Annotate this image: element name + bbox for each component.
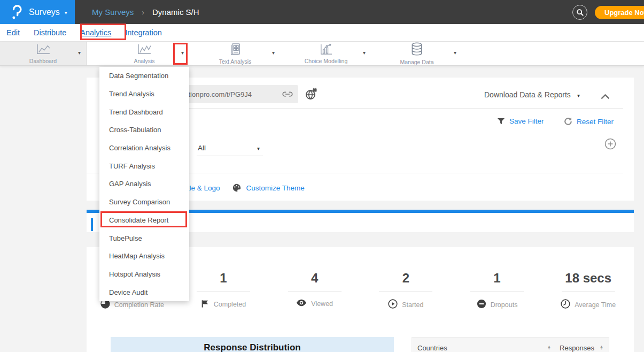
menu-item-gap-analysis[interactable]: GAP Analysis	[99, 175, 189, 193]
chevron-down-icon[interactable]: ▾	[181, 50, 184, 56]
survey-nav-tabs: EditDistributeAnalyticsIntegration	[0, 24, 644, 42]
tab-edit[interactable]: Edit	[6, 28, 20, 37]
database-icon	[410, 42, 423, 58]
divider	[379, 292, 432, 292]
menu-item-hotspot-analysis[interactable]: Hotspot Analysis	[99, 265, 189, 284]
menu-item-consolidate-report[interactable]: Consolidate Report	[99, 211, 189, 229]
analysis-dropdown-menu: Data SegmentationTrend AnalysisTrend Das…	[99, 67, 189, 301]
stat-value: 4	[269, 269, 360, 288]
menu-item-trend-dashboard[interactable]: Trend Dashboard	[99, 103, 189, 121]
minus-icon	[477, 299, 491, 310]
toolbar-item-label: Text Analysis	[219, 58, 252, 65]
stat-average-time: 18 secsAverage Time	[542, 269, 634, 310]
menu-item-data-segmentation[interactable]: Data Segmentation	[99, 67, 189, 85]
reset-icon	[564, 117, 572, 126]
menu-item-trend-analysis[interactable]: Trend Analysis	[99, 85, 189, 103]
menu-item-cross-tabulation[interactable]: Cross-Tabulation	[99, 121, 189, 139]
tab-distribute[interactable]: Distribute	[34, 28, 66, 37]
chevron-down-icon[interactable]: ▾	[78, 50, 81, 56]
stat-label: Completion Rate	[114, 301, 164, 309]
filter-all-value: All	[198, 144, 206, 152]
chevron-down-icon[interactable]: ▾	[272, 50, 275, 56]
toolbar-item-dashboard[interactable]: Dashboard▾	[0, 42, 87, 65]
stat-label: Dropouts	[491, 301, 518, 309]
add-filter-button[interactable]	[604, 138, 616, 152]
menu-item-tubepulse[interactable]: TubePulse	[99, 229, 189, 247]
analysis-chart-icon	[137, 43, 152, 57]
divider	[288, 292, 342, 292]
responses-column-header[interactable]: Responses	[560, 344, 594, 352]
play-icon	[388, 299, 402, 310]
divider	[470, 292, 524, 292]
top-bar: Surveys ▾ My Surveys › Dynamic S/H Upgra…	[0, 0, 644, 24]
text-analysis-icon	[229, 43, 242, 58]
response-distribution-header: Response Distribution	[111, 337, 394, 352]
menu-item-turf-analysis[interactable]: TURF Analysis	[99, 157, 189, 175]
menu-item-correlation-analysis[interactable]: Correlation Analysis	[99, 139, 189, 157]
sort-icon[interactable]: ▲▼	[547, 346, 551, 350]
menu-item-heatmap-analysis[interactable]: HeatMap Analysis	[99, 247, 189, 265]
chevron-down-icon[interactable]: ▾	[454, 50, 456, 56]
analytics-toolbar: Dashboard▾Analysis▾Text Analysis▾Choice …	[0, 42, 644, 66]
product-switcher[interactable]: Surveys ▾	[0, 0, 75, 24]
reset-filter-label: Reset Filter	[577, 118, 614, 126]
stat-started: 2Started	[360, 269, 452, 310]
filter-all-select[interactable]: All ▾	[197, 137, 263, 156]
menu-item-survey-comparison[interactable]: Survey Comparison	[99, 193, 189, 211]
link-icon[interactable]	[282, 90, 293, 98]
stat-dropouts: 1Dropouts	[452, 269, 543, 310]
toolbar-item-label: Dashboard	[29, 58, 57, 64]
chevron-down-icon[interactable]: ▾	[363, 50, 366, 56]
toolbar-item-label: Analysis	[134, 58, 154, 64]
tab-integration[interactable]: Integration	[125, 28, 162, 37]
clock-icon	[561, 299, 575, 310]
toolbar-item-label: Choice Modelling	[305, 58, 348, 64]
stat-label: Started	[402, 301, 423, 309]
globe-lock-button[interactable]	[305, 88, 317, 103]
globe-lock-icon	[305, 88, 317, 101]
toolbar-item-label: Manage Data	[400, 59, 433, 65]
toolbar-item-manage-data[interactable]: Manage Data▾	[372, 42, 462, 65]
stat-value: 18 secs	[542, 269, 634, 288]
stat-value: 1	[452, 269, 543, 288]
menu-item-device-audit[interactable]: Device Audit	[99, 283, 189, 301]
save-filter-label: Save Filter	[509, 117, 544, 125]
plus-circle-icon	[604, 138, 616, 150]
sort-icon[interactable]: ▲▼	[600, 346, 603, 350]
brand-options-row: Title & Logo Customize Theme	[182, 183, 305, 193]
stat-label: Viewed	[311, 300, 333, 308]
countries-table-header: Countries ▲▼ Responses ▲▼	[412, 337, 609, 352]
funnel-icon	[497, 117, 505, 125]
stat-completed: 1Completed	[178, 269, 269, 310]
download-data-reports-label: Download Data & Reports	[484, 90, 571, 99]
save-filter-button[interactable]: Save Filter	[497, 117, 544, 125]
reset-filter-button[interactable]: Reset Filter	[564, 117, 614, 126]
search-button[interactable]	[572, 5, 587, 20]
chevron-down-icon: ▾	[257, 146, 260, 151]
stat-label: Completed	[214, 301, 246, 308]
countries-column-header[interactable]: Countries	[417, 344, 545, 352]
divider	[562, 292, 615, 292]
chevron-down-icon: ▾	[65, 10, 67, 16]
dashboard-chart-icon	[36, 43, 51, 57]
download-data-reports-dropdown[interactable]: Download Data & Reports ▾	[484, 90, 580, 99]
customize-theme-link[interactable]: Customize Theme	[246, 184, 305, 192]
toolbar-item-text-analysis[interactable]: Text Analysis▾	[190, 42, 280, 65]
flag-icon	[201, 299, 214, 310]
palette-icon	[232, 183, 242, 193]
upgrade-now-button[interactable]: Upgrade Now	[595, 6, 644, 19]
breadcrumb: My Surveys › Dynamic S/H	[92, 0, 199, 24]
product-label: Surveys	[29, 7, 60, 17]
search-icon	[576, 8, 584, 17]
breadcrumb-separator: ›	[142, 8, 144, 17]
chevron-up-icon	[601, 94, 610, 100]
questionpro-logo-icon	[11, 5, 22, 20]
collapse-panel-button[interactable]	[601, 92, 610, 102]
chevron-down-icon: ▾	[577, 93, 580, 98]
toolbar-item-analysis[interactable]: Analysis▾	[99, 42, 189, 65]
toolbar-item-choice-modelling[interactable]: Choice Modelling▾	[281, 42, 371, 65]
stat-label: Average Time	[575, 301, 616, 309]
breadcrumb-my-surveys[interactable]: My Surveys	[92, 7, 134, 17]
tab-analytics[interactable]: Analytics	[80, 28, 111, 37]
eye-icon	[296, 299, 311, 308]
